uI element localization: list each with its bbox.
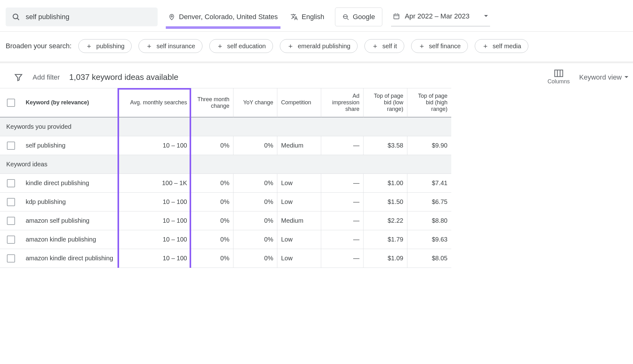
chip-label: self it bbox=[382, 43, 397, 50]
table-header-row: Keyword (by relevance) Avg. monthly sear… bbox=[0, 88, 633, 117]
row-checkbox[interactable] bbox=[7, 142, 15, 150]
cell-ad-share: — bbox=[321, 211, 364, 230]
svg-point-0 bbox=[13, 14, 18, 19]
language-selector[interactable]: English bbox=[289, 8, 326, 26]
cell-bid-low: $1.09 bbox=[364, 249, 407, 268]
col-avg[interactable]: Avg. monthly searches bbox=[118, 88, 191, 117]
cell-three-month: 0% bbox=[191, 193, 233, 211]
plus-icon: ＋ bbox=[217, 43, 223, 49]
section-heading: Keyword ideas bbox=[0, 155, 451, 174]
search-input[interactable] bbox=[26, 13, 151, 21]
row-checkbox[interactable] bbox=[7, 254, 15, 263]
plus-icon: ＋ bbox=[146, 43, 153, 49]
cell-bid-low: $3.58 bbox=[364, 136, 407, 155]
cell-yoy: 0% bbox=[233, 193, 277, 211]
plus-icon: ＋ bbox=[418, 43, 425, 49]
cell-bid-high: $8.05 bbox=[407, 249, 451, 268]
cell-bid-high: $7.41 bbox=[407, 174, 451, 193]
plus-icon: ＋ bbox=[287, 43, 294, 49]
row-checkbox[interactable] bbox=[7, 198, 15, 206]
svg-rect-10 bbox=[555, 70, 563, 77]
col-three-month[interactable]: Three month change bbox=[191, 88, 233, 117]
columns-icon bbox=[554, 70, 563, 77]
svg-rect-6 bbox=[394, 14, 399, 19]
broaden-chip[interactable]: ＋self media bbox=[475, 39, 528, 53]
cell-bid-low: $1.00 bbox=[364, 174, 407, 193]
columns-button[interactable]: Columns bbox=[547, 70, 570, 85]
row-checkbox[interactable] bbox=[7, 217, 15, 225]
cell-yoy: 0% bbox=[233, 174, 277, 193]
keyword-table: Keyword (by relevance) Avg. monthly sear… bbox=[0, 88, 633, 268]
filter-bar: Add filter 1,037 keyword ideas available… bbox=[0, 64, 633, 88]
broaden-chip[interactable]: ＋self education bbox=[209, 39, 273, 53]
cell-three-month: 0% bbox=[191, 136, 233, 155]
add-filter-button[interactable]: Add filter bbox=[33, 73, 60, 81]
table-row: amazon kindle publishing10 – 1000%0%Low—… bbox=[0, 230, 633, 249]
col-bid-high[interactable]: Top of page bid (high range) bbox=[407, 88, 451, 117]
search-input-box[interactable] bbox=[6, 8, 158, 26]
chip-label: self insurance bbox=[156, 43, 195, 50]
cell-keyword: kindle direct publishing bbox=[22, 174, 118, 193]
cell-bid-high: $6.75 bbox=[407, 193, 451, 211]
ideas-count: 1,037 keyword ideas available bbox=[69, 72, 178, 82]
columns-label: Columns bbox=[547, 78, 570, 85]
svg-line-5 bbox=[347, 18, 348, 20]
cell-bid-high: $9.63 bbox=[407, 230, 451, 249]
cell-competition: Medium bbox=[277, 211, 321, 230]
table-row: self publishing10 – 1000%0%Medium—$3.58$… bbox=[0, 136, 633, 155]
select-all-checkbox[interactable] bbox=[0, 88, 22, 117]
broaden-chip[interactable]: ＋publishing bbox=[78, 39, 132, 53]
cell-three-month: 0% bbox=[191, 230, 233, 249]
col-keyword[interactable]: Keyword (by relevance) bbox=[22, 88, 118, 117]
broaden-search-row: Broaden your search: ＋publishing＋self in… bbox=[0, 32, 633, 60]
location-text: Denver, Colorado, United States bbox=[179, 13, 278, 21]
section-heading: Keywords you provided bbox=[0, 117, 451, 136]
broaden-label: Broaden your search: bbox=[6, 42, 71, 50]
chevron-down-icon bbox=[484, 15, 488, 18]
chevron-down-icon bbox=[624, 76, 629, 79]
cell-avg: 10 – 100 bbox=[118, 211, 191, 230]
cell-competition: Low bbox=[277, 193, 321, 211]
col-bid-low[interactable]: Top of page bid (low range) bbox=[364, 88, 407, 117]
col-competition[interactable]: Competition bbox=[277, 88, 321, 117]
chip-label: self finance bbox=[429, 43, 461, 50]
svg-line-1 bbox=[17, 18, 19, 20]
col-yoy[interactable]: YoY change bbox=[233, 88, 277, 117]
broaden-chip[interactable]: ＋emerald publishing bbox=[280, 39, 358, 53]
view-label: Keyword view bbox=[579, 73, 622, 81]
cell-yoy: 0% bbox=[233, 230, 277, 249]
cell-avg: 100 – 1K bbox=[118, 174, 191, 193]
broaden-chip[interactable]: ＋self it bbox=[364, 39, 404, 53]
cell-bid-high: $9.90 bbox=[407, 136, 451, 155]
cell-avg: 10 – 100 bbox=[118, 230, 191, 249]
plus-icon: ＋ bbox=[372, 43, 379, 49]
cell-bid-low: $1.50 bbox=[364, 193, 407, 211]
filter-icon[interactable] bbox=[4, 73, 33, 82]
svg-point-2 bbox=[171, 16, 173, 17]
table-row: kindle direct publishing100 – 1K0%0%Low—… bbox=[0, 174, 633, 193]
cell-competition: Medium bbox=[277, 136, 321, 155]
keyword-view-selector[interactable]: Keyword view bbox=[579, 73, 629, 81]
chip-label: self media bbox=[493, 43, 521, 50]
cell-avg: 10 – 100 bbox=[118, 193, 191, 211]
cell-ad-share: — bbox=[321, 230, 364, 249]
date-range-text: Apr 2022 – Mar 2023 bbox=[405, 12, 470, 20]
broaden-chip[interactable]: ＋self finance bbox=[411, 39, 468, 53]
table-row: kdp publishing10 – 1000%0%Low—$1.50$6.75 bbox=[0, 193, 633, 211]
cell-three-month: 0% bbox=[191, 211, 233, 230]
cell-competition: Low bbox=[277, 230, 321, 249]
col-ad-share[interactable]: Ad impression share bbox=[321, 88, 364, 117]
location-selector[interactable]: Denver, Colorado, United States bbox=[166, 8, 280, 26]
cell-yoy: 0% bbox=[233, 136, 277, 155]
cell-keyword: amazon self publishing bbox=[22, 211, 118, 230]
date-range-selector[interactable]: Apr 2022 – Mar 2023 bbox=[391, 8, 490, 26]
broaden-chip[interactable]: ＋self insurance bbox=[139, 39, 202, 53]
search-icon bbox=[12, 13, 20, 21]
row-checkbox[interactable] bbox=[7, 236, 15, 244]
network-icon bbox=[342, 13, 349, 20]
row-checkbox[interactable] bbox=[7, 179, 15, 187]
network-selector[interactable]: Google bbox=[335, 8, 382, 26]
highlight-underline bbox=[166, 26, 280, 29]
cell-three-month: 0% bbox=[191, 174, 233, 193]
cell-ad-share: — bbox=[321, 193, 364, 211]
